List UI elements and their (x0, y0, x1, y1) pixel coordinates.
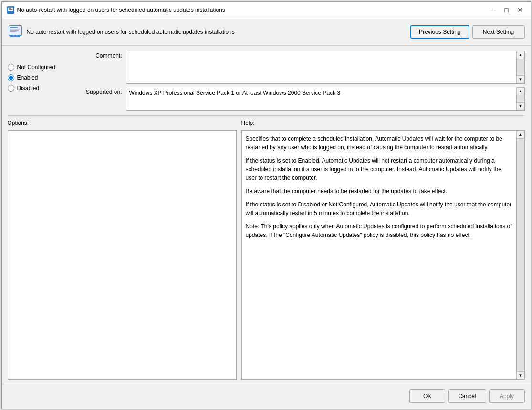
svg-rect-3 (9, 9, 12, 10)
help-para-3: Be aware that the computer needs to be r… (246, 187, 512, 195)
supported-scroll-down[interactable]: ▼ (516, 102, 524, 110)
help-para-5: Note: This policy applies only when Auto… (246, 222, 512, 239)
title-controls: ─ □ ✕ (488, 4, 526, 16)
enabled-option[interactable]: Enabled (8, 74, 74, 81)
disabled-radio[interactable] (8, 85, 14, 92)
supported-box: Windows XP Professional Service Pack 1 o… (126, 87, 525, 111)
labels-row: Options: Help: (2, 116, 531, 126)
apply-button[interactable]: Apply (489, 390, 525, 403)
svg-rect-10 (10, 31, 17, 32)
main-window: No auto-restart with logged on users for… (1, 1, 531, 409)
maximize-button[interactable]: □ (501, 4, 512, 16)
svg-rect-9 (10, 30, 19, 31)
comment-box: ▲ ▼ (126, 51, 525, 84)
cancel-button[interactable]: Cancel (448, 390, 486, 403)
enabled-label: Enabled (17, 74, 38, 81)
scroll-down-arrow[interactable]: ▼ (516, 75, 524, 83)
title-bar: No auto-restart with logged on users for… (2, 2, 531, 19)
supported-scrollbar: ▲ ▼ (516, 87, 524, 110)
top-section: Not Configured Enabled Disabled Comment: (2, 46, 531, 115)
previous-setting-button[interactable]: Previous Setting (410, 25, 469, 39)
header-bar: No auto-restart with logged on users for… (2, 19, 531, 46)
supported-label: Supported on: (79, 87, 122, 95)
scroll-up-arrow[interactable]: ▲ (516, 51, 524, 59)
header-title: No auto-restart with logged on users for… (27, 29, 235, 35)
comment-scrollbar: ▲ ▼ (516, 51, 524, 83)
help-scroll-down[interactable]: ▼ (516, 371, 524, 379)
comment-supported-section: Comment: ▲ ▼ Supported on: Windows XP Pr… (79, 51, 525, 111)
policy-icon (8, 24, 23, 40)
help-box: Specifies that to complete a scheduled i… (241, 130, 525, 380)
svg-rect-11 (12, 35, 18, 36)
minimize-button[interactable]: ─ (488, 4, 499, 16)
help-label: Help: (241, 120, 255, 126)
svg-rect-8 (10, 29, 20, 30)
help-para-1: Specifies that to complete a scheduled i… (246, 134, 512, 152)
disabled-option[interactable]: Disabled (8, 85, 74, 92)
help-scroll-up[interactable]: ▲ (516, 131, 524, 139)
svg-rect-7 (10, 27, 18, 28)
enabled-radio[interactable] (8, 74, 14, 81)
supported-scroll-up[interactable]: ▲ (516, 87, 524, 95)
window-icon (7, 6, 14, 14)
not-configured-label: Not Configured (17, 64, 56, 71)
help-para-4: If the status is set to Disabled or Not … (246, 200, 512, 217)
title-bar-left: No auto-restart with logged on users for… (7, 6, 225, 14)
options-label-area: Options: (8, 120, 237, 126)
bottom-section: Specifies that to complete a scheduled i… (2, 126, 531, 384)
svg-rect-2 (9, 8, 11, 9)
radio-group: Not Configured Enabled Disabled (8, 51, 74, 111)
not-configured-radio[interactable] (8, 64, 14, 71)
svg-rect-12 (10, 36, 20, 37)
comment-textarea[interactable] (126, 51, 516, 83)
options-box (8, 130, 237, 380)
help-pane: Specifies that to complete a scheduled i… (241, 130, 525, 380)
scroll-track (517, 59, 524, 75)
help-scrollbar: ▲ ▼ (516, 131, 524, 379)
comment-label: Comment: (79, 51, 122, 59)
help-label-area: Help: (241, 120, 525, 126)
supported-scroll-track (517, 95, 524, 102)
header-buttons: Previous Setting Next Setting (410, 25, 524, 39)
ok-button[interactable]: OK (409, 390, 445, 403)
options-label: Options: (8, 120, 29, 126)
options-pane (8, 130, 237, 380)
help-text-content: Specifies that to complete a scheduled i… (242, 131, 516, 379)
header-left: No auto-restart with logged on users for… (8, 24, 411, 40)
help-para-2: If the status is set to Enabled, Automat… (246, 156, 512, 182)
comment-row: Comment: ▲ ▼ (79, 51, 525, 84)
content-area: Not Configured Enabled Disabled Comment: (2, 46, 531, 384)
next-setting-button[interactable]: Next Setting (472, 25, 525, 39)
not-configured-option[interactable]: Not Configured (8, 64, 74, 71)
close-button[interactable]: ✕ (514, 4, 526, 16)
disabled-label: Disabled (17, 85, 40, 92)
footer: OK Cancel Apply (2, 384, 531, 409)
svg-rect-4 (9, 10, 11, 10)
supported-row: Supported on: Windows XP Professional Se… (79, 87, 525, 111)
window-title: No auto-restart with logged on users for… (17, 7, 225, 13)
help-scroll-track (517, 139, 524, 371)
supported-text: Windows XP Professional Service Pack 1 o… (126, 87, 524, 99)
